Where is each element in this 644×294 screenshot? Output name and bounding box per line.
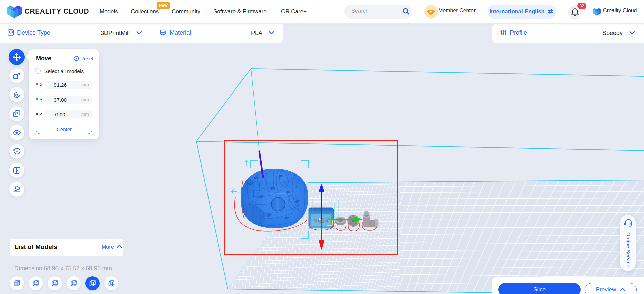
svg-text:32: 32 — [580, 4, 584, 8]
